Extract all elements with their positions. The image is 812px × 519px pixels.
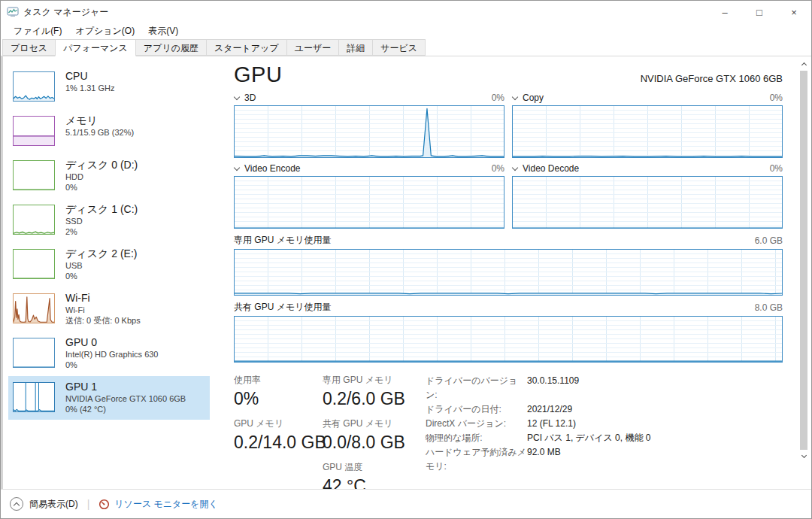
disk1-mini-chart <box>13 205 55 235</box>
chevron-down-icon[interactable] <box>512 94 518 100</box>
gpu-video-encode-chart[interactable] <box>234 176 504 229</box>
status-bar: 簡易表示(D) | リソース モニターを開く <box>1 489 811 518</box>
chart-current-value: 0% <box>492 93 504 103</box>
chart-header-video-decode: Video Decode 0% <box>512 163 783 174</box>
gpu-3d-chart[interactable] <box>234 105 504 158</box>
chart-header-copy: Copy 0% <box>512 93 783 103</box>
sidebar-item-title: Wi-Fi <box>65 292 141 305</box>
sidebar-scrollbar[interactable] <box>1 56 3 489</box>
chart-title: Video Decode <box>523 163 579 174</box>
chart-current-value: 0% <box>770 93 783 103</box>
memory-mini-chart <box>13 116 55 146</box>
sidebar-item-detail: 0% <box>65 271 137 281</box>
tab-users[interactable]: ユーザー <box>286 39 340 56</box>
sidebar-item-title: ディスク 1 (C:) <box>65 203 138 216</box>
gpu-device-name: NVIDIA GeForce GTX 1060 6GB <box>641 73 783 84</box>
tab-services[interactable]: サービス <box>372 39 426 56</box>
menu-view[interactable]: 表示(V) <box>141 23 185 39</box>
gpu-copy-chart[interactable] <box>512 105 783 158</box>
chevron-down-icon[interactable] <box>512 165 518 171</box>
sidebar-item-detail: NVIDIA GeForce GTX 1060 6GB <box>65 393 186 404</box>
window-title: タスク マネージャー <box>23 6 108 19</box>
sidebar-item-disk2[interactable]: ディスク 2 (E:) USB 0% <box>8 243 210 287</box>
sidebar-item-detail: 2% <box>65 226 138 237</box>
gpu-video-decode-chart[interactable] <box>512 176 783 229</box>
chart-title: 共有 GPU メモリ使用量 <box>234 301 332 314</box>
disk2-mini-chart <box>13 249 55 279</box>
tab-performance[interactable]: パフォーマンス <box>55 39 136 56</box>
chart-max-value: 6.0 GB <box>755 235 783 246</box>
disk0-mini-chart <box>13 160 55 190</box>
task-manager-window: タスク マネージャー – □ × ファイル(F) オプション(O) 表示(V) … <box>0 0 812 519</box>
stat-label: GPU メモリ <box>234 417 323 430</box>
tab-app-history[interactable]: アプリの履歴 <box>135 39 207 56</box>
tab-strip: プロセス パフォーマンス アプリの履歴 スタートアップ ユーザー 詳細 サービス <box>1 39 811 56</box>
collapse-circle-icon[interactable] <box>10 497 23 511</box>
stat-label: 専用 GPU メモリ <box>323 374 418 387</box>
task-manager-app-icon <box>7 6 19 18</box>
detail-label: ドライバーのバージョン: <box>426 374 527 402</box>
gpu-temperature-value: 42 °C <box>323 476 418 489</box>
menu-file[interactable]: ファイル(F) <box>7 23 68 39</box>
resource-monitor-gauge-icon <box>98 499 110 510</box>
sidebar-item-title: CPU <box>65 70 114 83</box>
sidebar-item-detail: 0% <box>65 360 159 370</box>
menu-options[interactable]: オプション(O) <box>68 23 141 39</box>
sidebar-item-memory[interactable]: メモリ 5.1/15.9 GB (32%) <box>8 110 210 153</box>
shared-memory-value: 0.0/8.0 GB <box>323 432 418 453</box>
sidebar-item-disk0[interactable]: ディスク 0 (D:) HDD 0% <box>8 154 210 198</box>
utilization-value: 0% <box>234 389 323 409</box>
detail-label: DirectX バージョン: <box>426 417 527 431</box>
sidebar-item-detail: Intel(R) HD Graphics 630 <box>65 349 159 360</box>
chart-header-shared-memory: 共有 GPU メモリ使用量 8.0 GB <box>234 301 783 314</box>
sidebar-item-gpu1[interactable]: GPU 1 NVIDIA GeForce GTX 1060 6GB 0% (42… <box>8 376 210 420</box>
fewer-details-button[interactable]: 簡易表示(D) <box>29 498 78 511</box>
close-button[interactable]: × <box>777 1 811 23</box>
chart-title: 3D <box>244 93 256 103</box>
gpu-header: GPU NVIDIA GeForce GTX 1060 6GB <box>234 62 783 87</box>
scroll-down-icon[interactable] <box>800 451 807 462</box>
tab-startup[interactable]: スタートアップ <box>206 39 287 56</box>
maximize-button[interactable]: □ <box>742 1 777 23</box>
dedicated-memory-value: 0.2/6.0 GB <box>323 389 418 409</box>
gpu-shared-memory-chart[interactable] <box>234 316 783 363</box>
scrollbar-thumb[interactable] <box>800 71 807 450</box>
gpu-stats: 使用率 0% GPU メモリ 0.2/14.0 GB 専用 GPU メモリ 0.… <box>234 374 783 489</box>
sidebar-item-detail: 5.1/15.9 GB (32%) <box>65 127 134 138</box>
hardware-reserved-memory-value: 92.0 MB <box>527 445 561 474</box>
sidebar-item-title: メモリ <box>65 114 134 127</box>
chart-title: Video Encode <box>244 163 301 174</box>
sidebar-item-title: GPU 0 <box>65 336 159 349</box>
tab-details[interactable]: 詳細 <box>338 39 373 56</box>
chart-max-value: 8.0 GB <box>755 302 783 313</box>
sidebar-item-title: GPU 1 <box>65 381 186 393</box>
gpu-dedicated-memory-chart[interactable] <box>234 249 783 296</box>
detail-label: ハードウェア予約済みメモリ: <box>426 445 527 474</box>
scroll-up-icon[interactable] <box>800 59 807 69</box>
chart-header-dedicated-memory: 専用 GPU メモリ使用量 6.0 GB <box>234 234 783 247</box>
sidebar-item-detail: 1% 1.31 GHz <box>65 83 114 93</box>
sidebar-item-detail: SSD <box>65 216 138 226</box>
panel-title: GPU <box>234 62 282 87</box>
sidebar-item-detail: Wi-Fi <box>65 305 141 315</box>
cpu-mini-chart <box>13 71 55 102</box>
sidebar-item-detail: 0% (42 °C) <box>65 404 186 414</box>
sidebar-item-cpu[interactable]: CPU 1% 1.31 GHz <box>8 65 210 109</box>
menu-bar: ファイル(F) オプション(O) 表示(V) <box>1 23 811 39</box>
tab-processes[interactable]: プロセス <box>2 39 56 56</box>
chart-current-value: 0% <box>770 163 783 174</box>
title-bar: タスク マネージャー – □ × <box>1 1 811 23</box>
sidebar-item-wifi[interactable]: Wi-Fi Wi-Fi 送信: 0 受信: 0 Kbps <box>8 287 210 331</box>
chart-header-3d: 3D 0% <box>234 93 504 103</box>
detail-label: 物理的な場所: <box>426 431 527 445</box>
chevron-down-icon[interactable] <box>234 165 240 171</box>
minimize-button[interactable]: – <box>707 1 742 23</box>
wifi-mini-chart <box>13 293 55 323</box>
sidebar-item-disk1[interactable]: ディスク 1 (C:) SSD 2% <box>8 199 210 242</box>
driver-version-value: 30.0.15.1109 <box>527 374 579 402</box>
separator: | <box>87 498 90 510</box>
sidebar-item-gpu0[interactable]: GPU 0 Intel(R) HD Graphics 630 0% <box>8 332 210 375</box>
chevron-down-icon[interactable] <box>234 94 240 100</box>
main-panel-scrollbar[interactable] <box>800 59 807 489</box>
open-resource-monitor-link[interactable]: リソース モニターを開く <box>114 498 218 511</box>
